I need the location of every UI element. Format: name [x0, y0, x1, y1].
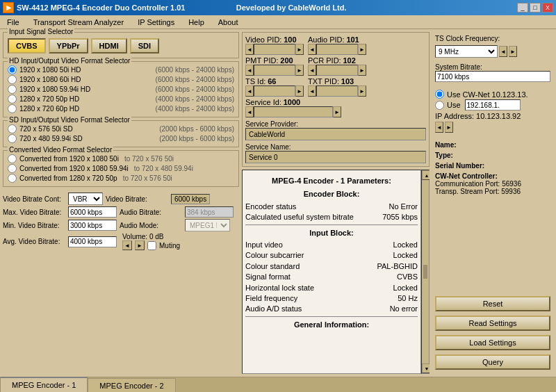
- cw-net-label: Use CW-Net 10.123.13.: [447, 90, 528, 99]
- pcr-pid-down[interactable]: ◄: [308, 65, 316, 76]
- system-bitrate-group: System Bitrate:: [435, 63, 550, 82]
- audio-pid-up[interactable]: ►: [358, 44, 366, 55]
- system-bitrate-input[interactable]: [435, 71, 550, 82]
- sd-option-1: 720 x 480 59.94i SD (2000 kbps - 6000 kb…: [8, 134, 234, 143]
- hd-format-group: HD Input/Output Video Format Selector 19…: [3, 61, 239, 117]
- sd-radio-0[interactable]: [8, 124, 17, 133]
- read-settings-button[interactable]: Read Settings: [435, 316, 550, 331]
- query-button[interactable]: Query: [435, 354, 550, 370]
- tsid-up[interactable]: ►: [295, 85, 304, 97]
- menu-ip-settings[interactable]: IP Settings: [133, 17, 179, 28]
- cw-net-radio[interactable]: [435, 90, 444, 99]
- hd-radio-3[interactable]: [8, 95, 17, 104]
- btn-hdmi[interactable]: HDMI: [91, 38, 127, 54]
- txt-pid-up[interactable]: ►: [358, 85, 366, 97]
- volume-controls: ◄ ► Muting: [122, 240, 180, 250]
- audio-bitrate-input[interactable]: [185, 206, 234, 218]
- audio-mode-select[interactable]: MPEG1 L2: [185, 219, 230, 231]
- service-id-down[interactable]: ◄: [245, 106, 254, 117]
- audio-pid-group: Audio PID: 101 ◄ ►: [308, 35, 366, 55]
- menu-transport-stream-analyzer[interactable]: Transport Stream Analyzer: [29, 17, 128, 28]
- log-title: MPEG-4 Encoder - 1 Parameters:: [245, 176, 418, 186]
- scrollbar-down[interactable]: ▼: [422, 364, 430, 373]
- btn-ypbpr[interactable]: YPbPr: [49, 38, 88, 54]
- close-button[interactable]: X: [542, 3, 553, 13]
- scrollbar-thumb[interactable]: [423, 265, 427, 279]
- log-val-encoder-1: 7055 kbps: [382, 212, 418, 222]
- volume-down-button[interactable]: ◄: [122, 240, 132, 250]
- conv-option-2: Converted from 1280 x 720 50p to 720 x 5…: [8, 174, 234, 183]
- btn-sdi[interactable]: SDI: [130, 38, 159, 54]
- log-key-input-5: Field frequency: [245, 293, 297, 304]
- volume-up-button[interactable]: ►: [135, 240, 145, 250]
- ts-clock-freq-label: TS Clock Frequency:: [435, 35, 550, 42]
- tab-encoder-1[interactable]: MPEG Encoder - 1: [0, 377, 88, 392]
- pcr-pid-display: [316, 65, 358, 76]
- menu-about[interactable]: About: [214, 17, 243, 28]
- ip-down[interactable]: ◄: [435, 122, 443, 133]
- avg-video-bitrate-input[interactable]: [68, 236, 117, 247]
- service-name-label: Service Name:: [245, 143, 426, 151]
- ts-clock-down[interactable]: ◄: [499, 46, 507, 57]
- video-bitrate-cont-select[interactable]: VBRCBR: [68, 193, 103, 205]
- tsid-down[interactable]: ◄: [245, 85, 254, 97]
- video-bitrate-cont-row: Video Bitrate Cont: VBRCBR Video Bitrate…: [3, 193, 239, 205]
- btn-cvbs[interactable]: CVBS: [8, 38, 46, 54]
- log-val-input-4: Locked: [393, 283, 418, 293]
- conv-radio-1[interactable]: [8, 164, 17, 173]
- app-icon: ▶: [3, 2, 14, 13]
- service-id-row: Service Id: 1000 ◄ ►: [245, 98, 426, 117]
- ts-clock-freq-select[interactable]: 9 MHz27 MHz: [435, 45, 498, 58]
- signal-selector-group: Input Signal Selector CVBS YPbPr HDMI SD…: [3, 32, 239, 58]
- pmt-pid-up[interactable]: ►: [295, 65, 304, 76]
- use-alt-radio[interactable]: [435, 101, 444, 110]
- conv-radio-0[interactable]: [8, 154, 17, 163]
- log-val-input-2: PAL-BGHID: [377, 261, 418, 272]
- min-video-bitrate-input[interactable]: [68, 220, 117, 231]
- hd-radio-2[interactable]: [8, 85, 17, 94]
- log-row-input-5: Field frequency 50 Hz: [245, 293, 418, 304]
- encoder-block-title: Encoder Block:: [245, 189, 418, 199]
- menu-help[interactable]: Help: [184, 17, 208, 28]
- txt-pid-control: ◄ ►: [308, 85, 366, 97]
- sd-format-group: SD Input/Output Video Format Selector 72…: [3, 120, 239, 147]
- txt-pid-down[interactable]: ◄: [308, 85, 316, 97]
- left-panel: Input Signal Selector CVBS YPbPr HDMI SD…: [3, 32, 239, 374]
- tab-encoder-2[interactable]: MPEG Encoder - 2: [88, 378, 175, 392]
- hd-radio-1[interactable]: [8, 75, 17, 84]
- service-id-label: Service Id: 1000: [245, 98, 300, 106]
- ip-up[interactable]: ►: [445, 122, 453, 133]
- log-scrollbar[interactable]: ▲ ▼: [421, 170, 430, 374]
- audio-pid-down[interactable]: ◄: [308, 44, 316, 55]
- log-panel-wrapper: MPEG-4 Encoder - 1 Parameters: Encoder B…: [242, 170, 430, 374]
- input-block-title: Input Block:: [245, 228, 418, 238]
- max-video-bitrate-input[interactable]: [68, 206, 117, 218]
- video-pid-group: Video PID: 100 ◄ ►: [245, 35, 304, 55]
- conv-radio-2[interactable]: [8, 174, 17, 183]
- pmt-pid-down[interactable]: ◄: [245, 65, 254, 76]
- pcr-pid-up[interactable]: ►: [358, 65, 366, 76]
- sd-radio-1[interactable]: [8, 134, 17, 143]
- hd-radio-4[interactable]: [8, 104, 17, 113]
- signal-selector-label: Input Signal Selector: [8, 28, 74, 35]
- use-alt-input[interactable]: [465, 99, 521, 111]
- video-pid-up[interactable]: ►: [295, 44, 304, 55]
- reset-button[interactable]: Reset: [435, 296, 550, 311]
- service-name-input[interactable]: [245, 151, 426, 163]
- log-key-input-2: Colour standard: [245, 261, 300, 272]
- menu-file[interactable]: File: [3, 17, 24, 28]
- minimize-button[interactable]: _: [517, 3, 528, 13]
- hd-radio-0[interactable]: [8, 65, 17, 74]
- service-provider-input[interactable]: [245, 128, 426, 140]
- service-id-up[interactable]: ►: [333, 106, 341, 117]
- pcr-pid-label: PCR PID: 102: [308, 56, 356, 65]
- scrollbar-up[interactable]: ▲: [422, 170, 430, 180]
- menu-bar: File Transport Stream Analyzer IP Settin…: [0, 15, 556, 29]
- ts-clock-up[interactable]: ►: [509, 46, 517, 57]
- pcr-pid-group: PCR PID: 102 ◄ ►: [308, 56, 366, 76]
- load-settings-button[interactable]: Load Settings: [435, 335, 550, 350]
- muting-checkbox[interactable]: [147, 241, 156, 250]
- video-pid-display: [254, 44, 295, 55]
- maximize-button[interactable]: □: [530, 3, 541, 13]
- video-pid-down[interactable]: ◄: [245, 44, 254, 55]
